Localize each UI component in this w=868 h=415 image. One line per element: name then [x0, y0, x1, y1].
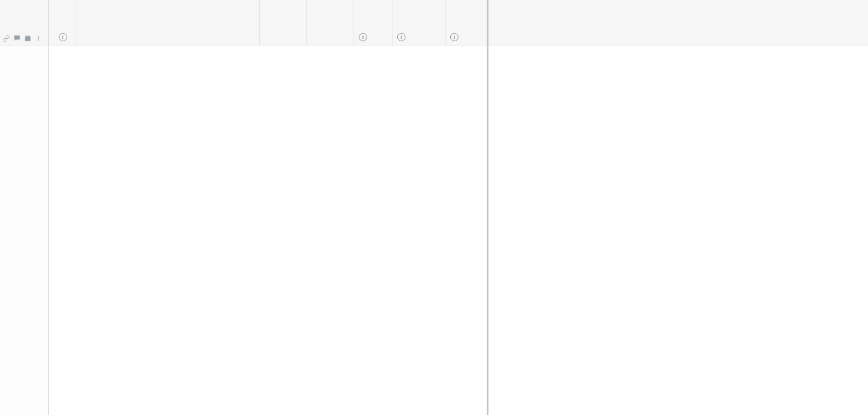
gantt-chart[interactable]	[489, 0, 868, 415]
comment-icon	[13, 34, 21, 42]
info-icon: i	[34, 34, 42, 42]
col-status[interactable]: i	[392, 0, 445, 45]
grid-body	[49, 45, 487, 415]
app-root: i i i i i	[0, 0, 868, 415]
gantt-body[interactable]	[489, 45, 868, 415]
col-duration[interactable]: i	[445, 0, 487, 45]
link-icon	[2, 34, 11, 42]
info-icon: i	[359, 33, 367, 41]
info-icon: i	[450, 33, 458, 41]
gutter-header: i	[0, 0, 48, 45]
col-at-risk[interactable]: i	[49, 0, 77, 45]
col-end-date[interactable]	[307, 0, 354, 45]
briefcase-icon	[24, 34, 32, 42]
col-start-date[interactable]	[260, 0, 307, 45]
info-icon: i	[397, 33, 405, 41]
col-assigned-to[interactable]: i	[354, 0, 392, 45]
row-gutter: i	[0, 0, 49, 415]
task-grid: i i i i	[49, 0, 489, 415]
gantt-header	[489, 0, 868, 45]
col-task-name[interactable]	[77, 0, 260, 45]
grid-header: i i i i	[49, 0, 487, 45]
info-icon: i	[59, 33, 67, 41]
